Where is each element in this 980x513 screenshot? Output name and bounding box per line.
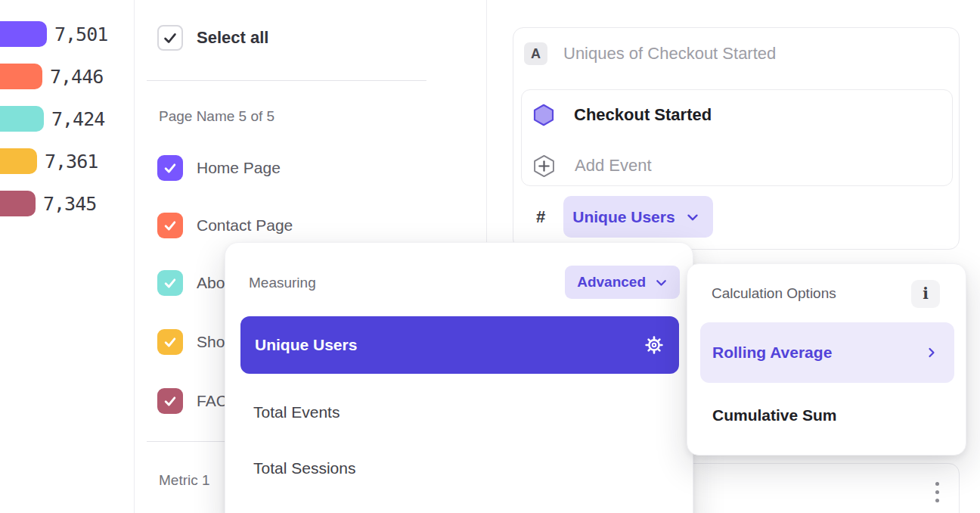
bar	[0, 191, 36, 216]
filter-item-row[interactable]: Sho	[157, 329, 225, 355]
check-icon	[163, 218, 178, 233]
bar-value-label: 7,424	[51, 108, 104, 130]
bar-value-label: 7,501	[54, 23, 107, 45]
check-icon	[162, 30, 178, 46]
bar-row: 7,446	[0, 64, 133, 89]
filter-item-row[interactable]: Contact Page	[157, 213, 293, 238]
bar-row: 7,345	[0, 191, 133, 216]
advanced-mode-button[interactable]: Advanced	[565, 266, 680, 299]
filter-item-label: FAC	[197, 392, 228, 410]
check-icon	[163, 334, 178, 350]
bar-row: 7,424	[0, 106, 133, 132]
checkbox-checked[interactable]	[157, 213, 183, 238]
series-title-input[interactable]: Uniques of Checkout Started	[563, 44, 776, 64]
calc-option[interactable]: Cumulative Sum	[712, 400, 837, 431]
checkbox-checked[interactable]	[157, 270, 183, 296]
series-title-row: A Uniques of Checkout Started	[524, 42, 776, 65]
bar-row: 7,501	[0, 21, 133, 47]
filter-item-row[interactable]: Abo	[157, 270, 225, 296]
aggregation-row: # Unique Users	[536, 196, 713, 238]
check-icon	[163, 393, 178, 409]
kebab-dot	[935, 490, 939, 494]
checkbox-checked[interactable]	[157, 329, 183, 355]
metric-label: Metric 1	[159, 472, 210, 489]
filter-item-row[interactable]: Home Page	[157, 155, 281, 181]
kebab-dot	[935, 482, 939, 486]
bar-chart: 7,501 7,446 7,424 7,361 7,345	[0, 0, 133, 216]
add-event-hexagon-plus-icon	[533, 154, 555, 178]
group-label: Page Name 5 of 5	[159, 108, 274, 125]
add-event-row[interactable]: Add Event	[533, 154, 652, 178]
check-icon	[163, 275, 178, 291]
series-badge: A	[524, 42, 547, 65]
aggregation-chip[interactable]: Unique Users	[563, 196, 712, 238]
checkbox-checked[interactable]	[157, 155, 183, 181]
bar	[0, 21, 47, 47]
measuring-header: Measuring Advanced	[225, 243, 693, 299]
chevron-down-icon	[684, 209, 701, 225]
menu-option[interactable]: Total Events	[253, 397, 340, 428]
measuring-menu: Measuring Advanced Unique Users	[225, 242, 693, 513]
bar	[0, 148, 37, 174]
event-name: Checkout Started	[574, 105, 712, 125]
chevron-right-icon	[924, 345, 939, 360]
calculation-options-menu: Calculation Options i Rolling Average Cu…	[687, 263, 966, 455]
checkbox-checked[interactable]	[157, 388, 183, 414]
bar	[0, 106, 44, 132]
filter-item-row[interactable]: FAC	[157, 388, 228, 414]
measuring-title: Measuring	[249, 275, 316, 299]
kebab-dot	[935, 499, 939, 502]
gear-icon[interactable]	[644, 335, 664, 355]
bar-value-label: 7,361	[45, 151, 98, 173]
calc-title: Calculation Options	[712, 285, 836, 302]
menu-option[interactable]: Total Sessions	[253, 453, 355, 483]
select-all-row[interactable]: Select all	[157, 25, 268, 51]
kebab-menu-button[interactable]	[935, 482, 939, 502]
calc-option-label: Rolling Average	[712, 344, 832, 362]
bar-value-label: 7,446	[50, 66, 103, 88]
select-all-label: Select all	[197, 28, 268, 48]
divider	[147, 80, 426, 81]
info-icon[interactable]: i	[911, 280, 940, 308]
chevron-down-icon	[653, 275, 669, 291]
calc-header: Calculation Options i	[687, 264, 966, 309]
bar	[0, 64, 42, 89]
insights-screen: 7,501 7,446 7,424 7,361 7,345 Select all	[0, 0, 980, 513]
bar-row: 7,361	[0, 148, 133, 174]
bar-value-label: 7,345	[43, 193, 96, 215]
event-hexagon-icon	[533, 104, 554, 126]
add-event-label: Add Event	[575, 156, 652, 176]
event-row[interactable]: Checkout Started	[533, 103, 712, 127]
event-list-card: Checkout Started Add Event	[521, 89, 953, 186]
query-builder-card: A Uniques of Checkout Started Checkout S…	[513, 27, 960, 250]
calc-option-selected[interactable]: Rolling Average	[700, 322, 954, 383]
hash-symbol: #	[536, 207, 545, 227]
filter-item-label: Contact Page	[197, 216, 293, 235]
check-icon	[163, 160, 178, 176]
filter-item-label: Sho	[197, 333, 225, 351]
filter-item-label: Abo	[197, 274, 225, 292]
filter-item-label: Home Page	[197, 159, 281, 177]
select-all-checkbox[interactable]	[157, 25, 183, 51]
menu-option-selected[interactable]: Unique Users	[240, 316, 679, 374]
menu-option-label: Unique Users	[255, 336, 357, 354]
advanced-mode-label: Advanced	[577, 274, 646, 291]
aggregation-chip-label: Unique Users	[572, 208, 675, 226]
